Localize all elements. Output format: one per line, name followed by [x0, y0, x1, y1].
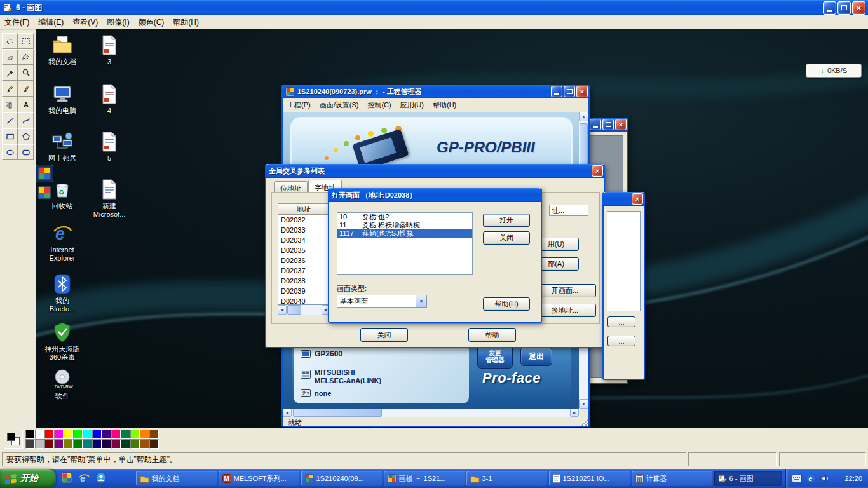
scroll-down-icon[interactable]: ▼ — [579, 399, 588, 409]
color-swatch[interactable] — [83, 439, 92, 449]
desktop-icon-new-document[interactable]: 新建 Microsof... — [83, 179, 136, 219]
side-dialog-titlebar[interactable]: × — [602, 192, 645, 206]
color-swatch[interactable] — [54, 439, 64, 449]
close-button[interactable]: × — [852, 1, 865, 15]
color-swatch[interactable] — [44, 439, 54, 449]
tray-browser-icon[interactable]: e — [806, 474, 815, 483]
desktop-icon-doc-5[interactable]: 5 — [83, 131, 136, 163]
screen-list-item[interactable]: 10爻栃:也? — [337, 213, 472, 221]
color-swatch[interactable] — [149, 430, 159, 439]
address-column-header[interactable]: 地址 — [278, 204, 330, 215]
color-swatch[interactable] — [54, 430, 64, 439]
minimize-button[interactable] — [823, 1, 836, 15]
address-row[interactable]: D02038 — [278, 276, 330, 286]
quicklaunch-ie-icon[interactable]: e — [78, 472, 90, 484]
side-dialog-panel[interactable] — [607, 211, 641, 311]
desktop-icon-internet-explorer[interactable]: e Internet Explorer — [36, 222, 89, 262]
airbrush-tool[interactable] — [2, 97, 18, 112]
color-swatch[interactable] — [149, 439, 159, 449]
desktop-icon-antivirus[interactable]: 神州天海版 360杀毒 — [36, 322, 89, 362]
color-swatch[interactable] — [73, 439, 83, 449]
free-select-tool[interactable] — [2, 33, 18, 49]
polygon-tool[interactable] — [18, 128, 34, 144]
desktop-icon-my-computer[interactable]: 我的电脑 — [36, 83, 89, 115]
ellipse-tool[interactable] — [2, 144, 18, 160]
taskbar-task-calculator[interactable]: 计算器 — [632, 471, 712, 486]
address-row[interactable]: D02039 — [278, 286, 330, 296]
foreground-color[interactable] — [7, 433, 15, 441]
color-swatch[interactable] — [73, 430, 83, 439]
resize-grip[interactable] — [580, 417, 588, 426]
quicklaunch-app-icon[interactable] — [61, 472, 72, 484]
close-button[interactable]: × — [592, 165, 603, 177]
desktop-icon-bluetooth[interactable]: 我的 Blueto... — [36, 273, 89, 313]
screen-type-select[interactable]: 基本画面 ▼ — [337, 295, 427, 308]
browse-button[interactable]: ... — [607, 316, 635, 327]
open-screen-button[interactable]: 开画面... — [534, 284, 596, 297]
menu-image[interactable]: 图像(I) — [102, 16, 133, 29]
color-swatch[interactable] — [64, 430, 73, 439]
address-list[interactable]: 地址 D02032 D02033 D02034 D02035 D02036 D0… — [278, 203, 330, 305]
taskbar-task-gp-project[interactable]: 1S210240(09... — [301, 471, 382, 486]
desktop-icon-dvd-software[interactable]: DVD-RW 软件 — [36, 369, 89, 400]
maximize-button[interactable] — [564, 86, 575, 97]
text-tool[interactable]: A — [18, 97, 34, 112]
canvas-app-icon[interactable] — [36, 184, 53, 201]
close-button-dialog[interactable]: 关闭 — [483, 231, 530, 245]
network-speed-widget[interactable]: ↓ 0KB/S — [806, 64, 862, 78]
close-button[interactable]: × — [615, 119, 627, 130]
eraser-tool[interactable] — [2, 49, 18, 65]
minimize-button[interactable] — [551, 86, 562, 97]
desktop-icon-doc-3[interactable]: 3 — [83, 34, 136, 66]
color-swatch[interactable] — [111, 430, 121, 439]
color-swatch[interactable] — [102, 430, 111, 439]
taskbar-task-melsoft[interactable]: M MELSOFT系列... — [219, 471, 299, 486]
input-method-icon[interactable] — [792, 475, 802, 482]
menu-control[interactable]: 控制(C) — [363, 99, 395, 111]
scroll-left-icon[interactable]: ◄ — [283, 409, 292, 417]
color-swatch[interactable] — [92, 439, 102, 449]
taskbar-task-my-documents[interactable]: 我的文档 — [136, 471, 217, 486]
screen-list-item-selected[interactable]: 1117薤婍(也?:SJ悞掾 — [337, 229, 472, 238]
menu-edit[interactable]: 编辑(E) — [34, 16, 68, 29]
menu-view[interactable]: 查看(V) — [68, 16, 102, 29]
help-button[interactable]: 帮助(H) — [483, 297, 530, 311]
scroll-up-icon[interactable]: ▲ — [579, 112, 588, 121]
color-swatch[interactable] — [140, 439, 149, 449]
maximize-button[interactable] — [837, 1, 851, 15]
screen-list-item[interactable]: 11爻栃:棉袄增橤昞椀 — [337, 221, 472, 229]
color-swatch[interactable] — [130, 439, 140, 449]
address-row[interactable]: D02040 — [278, 296, 330, 305]
address-field-fragment[interactable]: 址... — [549, 205, 588, 216]
address-row[interactable]: D02036 — [278, 255, 330, 266]
color-swatch[interactable] — [64, 439, 73, 449]
magnifier-tool[interactable] — [18, 65, 34, 81]
menu-file[interactable]: 文件(F) — [0, 16, 34, 29]
color-swatch[interactable] — [140, 430, 149, 439]
color-swatch[interactable] — [25, 430, 35, 439]
desktop-icon-network[interactable]: 网上邻居 — [36, 131, 89, 163]
browse-button[interactable]: ... — [607, 336, 635, 346]
volume-icon[interactable] — [820, 474, 829, 483]
menu-colors[interactable]: 颜色(C) — [134, 16, 169, 29]
fill-tool[interactable] — [18, 49, 34, 65]
rectangle-tool[interactable] — [2, 128, 18, 144]
minimize-button[interactable] — [590, 119, 601, 130]
color-swatch[interactable] — [44, 430, 54, 439]
menu-project[interactable]: 工程(P) — [283, 99, 315, 111]
start-button[interactable]: 开始 — [0, 469, 56, 488]
convert-address-button[interactable]: 换地址... — [534, 304, 596, 317]
color-swatch[interactable] — [111, 439, 121, 449]
line-tool[interactable] — [2, 112, 18, 128]
scroll-right-icon[interactable]: ► — [570, 409, 579, 417]
desktop-icon-my-documents[interactable]: 我的文档 — [36, 34, 89, 66]
select-tool[interactable] — [18, 33, 34, 49]
maximize-button[interactable] — [602, 119, 614, 130]
cross-reference-titlebar[interactable]: 全局交叉参考列表 × — [265, 164, 605, 178]
pencil-tool[interactable] — [2, 81, 18, 97]
menu-screen-settings[interactable]: 画面/设置(S) — [315, 99, 363, 111]
screen-list[interactable]: 10爻栃:也? 11爻栃:棉袄增橤昞椀 1117薤婍(也?:SJ悞掾 — [337, 212, 473, 274]
clock[interactable]: 22:20 — [844, 475, 862, 482]
scrollbar-thumb[interactable] — [287, 305, 301, 315]
color-swatch[interactable] — [35, 430, 44, 439]
